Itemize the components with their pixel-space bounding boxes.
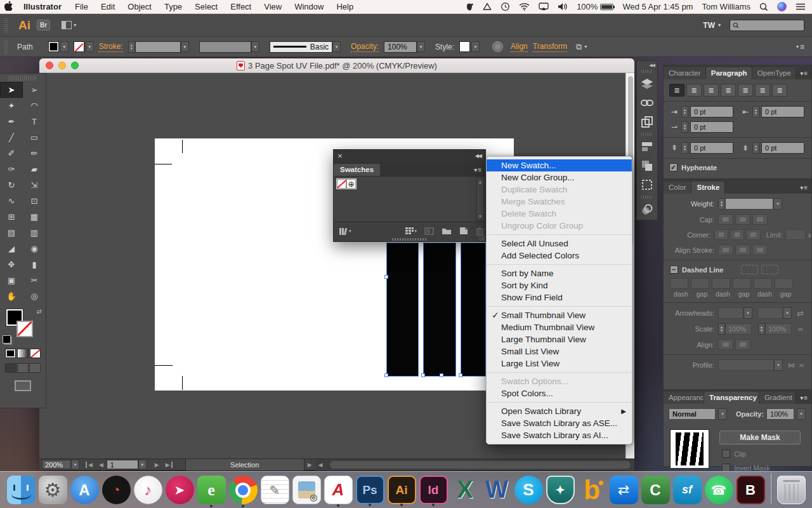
scroll-left-button[interactable]: ◀ — [315, 462, 326, 468]
layers-panel-icon[interactable] — [637, 74, 657, 93]
links-panel-icon[interactable] — [637, 93, 657, 112]
tools-grip[interactable] — [9, 76, 37, 81]
dock-textedit[interactable]: ✎ — [261, 476, 289, 504]
previous-artboard-button[interactable]: ◀ — [96, 462, 107, 468]
width-tool[interactable]: ∿ — [0, 193, 23, 209]
blend-tool[interactable]: ◉ — [23, 241, 46, 257]
swap-arrowheads-icon[interactable]: ⇄ — [797, 309, 804, 318]
opacity-field[interactable]: 100% — [384, 41, 417, 53]
right-indent-stepper[interactable]: ▲▼ — [752, 106, 759, 117]
expand-panels-button[interactable]: ◀◀ — [637, 61, 657, 69]
gap-field-3[interactable] — [775, 278, 793, 289]
menu-select[interactable]: Select — [188, 2, 224, 11]
bridge-button[interactable]: Br — [37, 20, 50, 30]
stroke-weight-label[interactable]: Stroke: — [99, 42, 123, 52]
selection-handle[interactable] — [421, 373, 425, 377]
flip-along-icon[interactable]: ⋈ — [788, 361, 795, 370]
draw-behind-button[interactable] — [17, 363, 29, 373]
space-before-field[interactable]: 0 pt — [690, 142, 733, 154]
time-machine-menu-icon[interactable] — [501, 2, 510, 11]
swatch-libraries-button[interactable]: ▾ — [339, 227, 351, 236]
menu-item-sort-by-name[interactable]: Sort by Name — [487, 267, 632, 279]
lasso-tool[interactable]: ◠ — [23, 98, 46, 114]
scale-tool[interactable]: ⇲ — [23, 177, 46, 193]
variable-width-dropdown[interactable]: ▾ — [251, 41, 259, 52]
dock-skitch[interactable]: ➤ — [166, 476, 194, 504]
dock-indesign[interactable]: Id — [419, 476, 448, 504]
minimize-button[interactable] — [58, 62, 66, 69]
menubar-clock[interactable]: Wed 5 Apr 1:45 pm — [622, 2, 693, 11]
dock-teamviewer[interactable]: ⇄ — [610, 476, 638, 504]
apple-menu[interactable] — [0, 1, 16, 13]
last-artboard-button[interactable]: ▶ — [162, 462, 173, 468]
make-mask-button[interactable]: Make Mask — [719, 431, 801, 444]
link-scale-icon[interactable]: ∞ — [798, 325, 803, 333]
style-dropdown[interactable]: ▾ — [471, 41, 480, 52]
fill-dropdown-button[interactable]: ▾ — [60, 41, 69, 52]
artboard-number-field[interactable]: 1 — [107, 460, 138, 469]
transparency-panel-menu-icon[interactable]: ▾≡ — [796, 394, 811, 404]
tab-transparency[interactable]: Transparency — [704, 392, 759, 404]
control-panel-menu-icon[interactable]: ▾≡ — [796, 43, 804, 51]
scale-start-stepper[interactable]: ▲▼ — [718, 323, 725, 335]
artboards-panel-icon[interactable] — [637, 112, 657, 131]
strip-grip[interactable] — [641, 196, 653, 199]
tab-stroke[interactable]: Stroke — [691, 182, 725, 194]
blend-mode-dropdown[interactable]: ▾ — [718, 408, 727, 420]
notification-center-icon[interactable] — [796, 3, 806, 11]
transparency-opacity-field[interactable]: 100% — [766, 408, 794, 420]
tab-swatches[interactable]: Swatches — [334, 164, 380, 176]
style-swatch[interactable] — [459, 41, 470, 52]
dock-excel[interactable]: X — [451, 476, 480, 504]
shape-builder-tool[interactable]: ⊞ — [0, 209, 23, 225]
opacity-dropdown[interactable]: ▾ — [417, 41, 425, 52]
scale-end-stepper[interactable]: ▲▼ — [758, 323, 765, 335]
hand-tool[interactable]: ✋ — [0, 288, 23, 304]
align-dash-button[interactable] — [761, 265, 778, 274]
first-artboard-button[interactable]: ◀ — [86, 462, 96, 468]
tab-paragraph[interactable]: Paragraph — [706, 67, 752, 79]
spotlight-icon[interactable] — [759, 3, 768, 11]
select-similar-icon[interactable]: ⧉ — [576, 42, 582, 52]
magic-wand-tool[interactable]: ✦ — [0, 98, 23, 114]
rotate-tool[interactable]: ↻ — [0, 177, 23, 193]
close-button[interactable] — [46, 62, 53, 69]
swatch-registration[interactable]: ⊕ — [346, 179, 356, 189]
search-input[interactable] — [730, 20, 804, 31]
panel-drag-grip[interactable] — [392, 238, 428, 241]
appbar-grip[interactable] — [4, 18, 8, 32]
first-line-indent-stepper[interactable]: ▲▼ — [681, 121, 688, 133]
limit-field[interactable] — [785, 229, 806, 240]
horizontal-scroll-thumb[interactable] — [330, 461, 631, 469]
dock-bitdefender[interactable]: B — [737, 476, 765, 504]
status-display[interactable]: Selection — [185, 459, 304, 471]
gap-field-2[interactable] — [733, 278, 751, 289]
clip-checkbox[interactable] — [722, 450, 730, 458]
dock-dashlane[interactable]: ✦ — [546, 476, 575, 504]
dash-field-3[interactable] — [754, 278, 772, 289]
symbols-panel-icon[interactable] — [637, 200, 657, 219]
menu-edit[interactable]: Edit — [95, 2, 121, 11]
blend-mode-field[interactable]: Normal — [669, 408, 716, 420]
transform-link[interactable]: Transform — [533, 42, 567, 52]
justify-left-button[interactable]: ≣ — [721, 84, 736, 97]
align-panel-icon[interactable] — [637, 137, 657, 156]
perspective-grid-tool[interactable]: ▦ — [23, 209, 46, 225]
horizontal-scrollbar[interactable]: ◀ — [315, 459, 634, 471]
tab-opentype[interactable]: OpenType — [752, 67, 796, 79]
weight-dropdown[interactable]: ▾ — [773, 198, 782, 210]
dock-acrobat[interactable]: A — [324, 476, 353, 504]
justify-all-button[interactable]: ≣ — [772, 84, 787, 97]
artboard-tool[interactable]: ▣ — [0, 272, 23, 288]
swap-fill-stroke-icon[interactable]: ⇄ — [37, 308, 42, 315]
dock-photoshop[interactable]: Ps — [356, 476, 384, 504]
arrange-documents-button[interactable]: ▾ — [62, 21, 76, 29]
space-after-field[interactable]: 0 pt — [761, 142, 804, 154]
artboard-dropdown[interactable]: ▾ — [138, 460, 147, 469]
menu-item-spot-colors[interactable]: Spot Colors... — [487, 387, 632, 399]
transparency-opacity-dropdown[interactable]: ▾ — [797, 408, 806, 420]
transform-panel-icon[interactable] — [637, 175, 657, 194]
gradient-button[interactable] — [17, 349, 28, 358]
left-indent-stepper[interactable]: ▲▼ — [681, 106, 688, 117]
artwork-bar[interactable] — [461, 243, 485, 376]
